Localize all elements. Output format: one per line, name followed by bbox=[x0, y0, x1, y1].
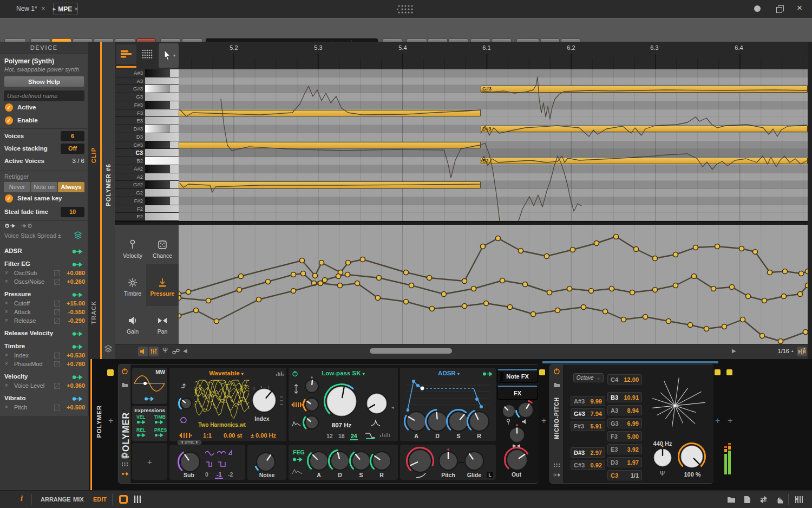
feg-r-knob[interactable] bbox=[369, 448, 395, 474]
mod-targets-tab-icon[interactable] bbox=[21, 223, 34, 230]
env-mod-arrow-icon[interactable] bbox=[482, 371, 494, 377]
pressure-point[interactable] bbox=[778, 339, 783, 344]
mod-target-row[interactable]: ×Release-0.290 bbox=[0, 317, 88, 325]
pressure-point[interactable] bbox=[338, 283, 343, 288]
io-swap-icon[interactable] bbox=[759, 496, 768, 503]
pressure-point[interactable] bbox=[194, 308, 199, 313]
key-surface[interactable] bbox=[145, 181, 179, 188]
pressure-point[interactable] bbox=[739, 246, 744, 251]
device-name-input[interactable]: User-defined name bbox=[4, 90, 84, 101]
mod-amount-value[interactable]: +0.530 bbox=[61, 352, 85, 359]
pressure-point[interactable] bbox=[555, 308, 560, 313]
track-name-label[interactable]: POLYMER bbox=[96, 405, 102, 438]
prev-arrow-icon[interactable]: ◀ bbox=[183, 348, 187, 354]
pressure-point[interactable] bbox=[214, 319, 219, 324]
piano-key-A#2[interactable]: A#2 bbox=[115, 165, 179, 173]
piano-key-F#3[interactable]: F#3 bbox=[115, 101, 179, 109]
pressure-point[interactable] bbox=[653, 256, 658, 261]
pressure-point[interactable] bbox=[427, 276, 432, 281]
phase-random-icon[interactable] bbox=[179, 415, 187, 423]
key-surface[interactable] bbox=[145, 117, 179, 125]
audition-toggle-button[interactable] bbox=[138, 347, 148, 356]
tab-mpe[interactable]: ▶ MPE × bbox=[53, 3, 78, 15]
ref-freq-knob[interactable] bbox=[650, 445, 676, 471]
pressure-point[interactable] bbox=[500, 278, 505, 283]
filter-drive-knob[interactable] bbox=[302, 376, 322, 396]
pressure-point[interactable] bbox=[722, 324, 727, 329]
cutoff-value[interactable]: 807 Hz bbox=[325, 422, 358, 428]
quantize-grid-icon[interactable] bbox=[798, 347, 806, 354]
pressure-point[interactable] bbox=[237, 288, 242, 292]
retrigger-option-always[interactable]: Always bbox=[58, 182, 84, 192]
expression-sliders-button[interactable] bbox=[149, 347, 159, 356]
pressure-point[interactable] bbox=[746, 294, 751, 299]
expression-vel[interactable]: VEL bbox=[136, 414, 153, 426]
piano-key-C3[interactable]: C3 bbox=[115, 149, 179, 157]
pressure-point[interactable] bbox=[430, 307, 435, 311]
modulation-out-icon[interactable] bbox=[553, 472, 561, 478]
pressure-point[interactable] bbox=[257, 297, 261, 302]
pressure-point[interactable] bbox=[313, 273, 318, 278]
pressure-point[interactable] bbox=[179, 296, 181, 301]
mw-modulator[interactable]: MW bbox=[132, 368, 167, 404]
pointer-tool-button[interactable]: ▾ bbox=[159, 43, 179, 68]
pressure-point[interactable] bbox=[594, 241, 599, 246]
pitch-value[interactable]: 2.97 bbox=[591, 450, 602, 456]
mod-amount-value[interactable]: -0.290 bbox=[61, 317, 85, 324]
pitch-row-C3[interactable]: C31/1 bbox=[607, 470, 642, 480]
mod-arrow-icon[interactable] bbox=[72, 396, 84, 402]
slope-12[interactable]: 12 bbox=[326, 433, 333, 439]
pressure-point[interactable] bbox=[581, 305, 586, 310]
pressure-point[interactable] bbox=[547, 290, 552, 295]
link-icon[interactable] bbox=[172, 348, 180, 355]
pressure-point[interactable] bbox=[589, 289, 594, 294]
mod-amount-value[interactable]: +0.360 bbox=[61, 382, 85, 389]
remove-mod-icon[interactable]: × bbox=[5, 361, 8, 367]
gain-knob[interactable] bbox=[514, 399, 537, 421]
sub-level-knob[interactable] bbox=[176, 448, 204, 476]
pressure-point[interactable] bbox=[179, 314, 181, 318]
remove-mod-icon[interactable]: × bbox=[5, 352, 8, 358]
key-surface[interactable] bbox=[145, 189, 179, 197]
add-device-end-button[interactable]: + bbox=[715, 416, 720, 426]
mapping-grid-icon[interactable] bbox=[553, 463, 560, 468]
mod-arrow-icon[interactable] bbox=[72, 331, 84, 337]
timeline-ruler[interactable]: 5.25.35.46.16.26.36.4 bbox=[179, 42, 808, 69]
piano-key-G3[interactable]: G3 bbox=[115, 93, 179, 101]
filter-shape-comb-icon[interactable] bbox=[379, 432, 391, 438]
pressure-point[interactable] bbox=[318, 281, 323, 286]
mod-arrow-icon[interactable] bbox=[72, 344, 84, 350]
mod-amount-value[interactable]: +15.00 bbox=[61, 300, 85, 307]
pan-knob[interactable] bbox=[506, 424, 528, 446]
piano-key-E3[interactable]: E3 bbox=[115, 117, 179, 125]
mod-amount-value[interactable]: +0.260 bbox=[61, 278, 85, 285]
mod-amount-value[interactable]: -0.550 bbox=[61, 309, 85, 315]
enable-checkbox[interactable]: ✓ bbox=[5, 116, 13, 125]
mod-source-filter-eg[interactable]: Filter EG bbox=[0, 260, 88, 269]
mod-sources-tab-icon[interactable] bbox=[4, 223, 17, 230]
pressure-point[interactable] bbox=[462, 279, 467, 284]
expressions-module[interactable]: Expressions VELTIMBRELPRES bbox=[132, 406, 167, 441]
keytrack-icon[interactable] bbox=[180, 383, 188, 389]
pressure-point[interactable] bbox=[319, 260, 324, 265]
pitch-value[interactable]: 9.99 bbox=[591, 398, 602, 405]
expression-rel[interactable]: REL bbox=[136, 427, 153, 439]
pressure-point[interactable] bbox=[377, 276, 382, 281]
window-close-icon[interactable]: × bbox=[797, 3, 802, 14]
pressure-point[interactable] bbox=[715, 244, 720, 249]
pressure-point[interactable] bbox=[336, 274, 341, 279]
pressure-point[interactable] bbox=[614, 235, 619, 239]
pressure-point[interactable] bbox=[301, 271, 306, 276]
pressure-point[interactable] bbox=[508, 305, 513, 310]
steal-same-key-checkbox[interactable]: ✓ bbox=[5, 194, 13, 203]
expression-pres[interactable]: PRES bbox=[154, 427, 171, 439]
pressure-point[interactable] bbox=[345, 272, 350, 277]
pressure-point[interactable] bbox=[291, 289, 296, 294]
pressure-point[interactable] bbox=[762, 298, 767, 303]
mod-target-row[interactable]: ×Oscs/Noise+0.260 bbox=[0, 278, 88, 286]
fx-button[interactable]: FX bbox=[497, 386, 538, 400]
expression-tab-timbre[interactable]: Timbre bbox=[117, 276, 148, 301]
note-grid[interactable]: G#3D#3B2 bbox=[179, 69, 808, 221]
fine-tune-icon[interactable]: Ψ bbox=[162, 347, 168, 354]
pitch-value[interactable]: 1/1 bbox=[631, 472, 639, 479]
